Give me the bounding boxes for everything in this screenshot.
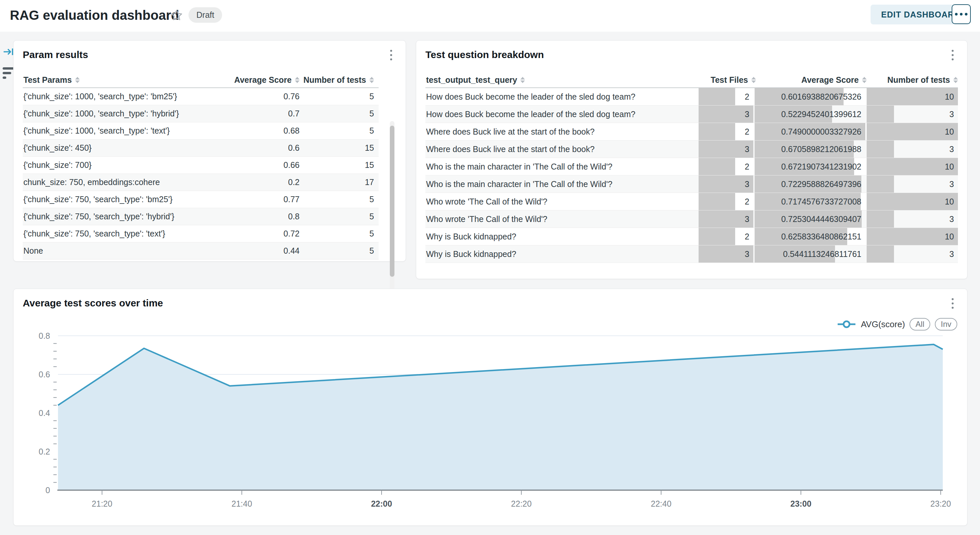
svg-text:23:20: 23:20	[930, 499, 951, 508]
number-of-tests-databar-cell: 3	[867, 141, 958, 158]
average-score-cell: 0.66	[229, 160, 299, 170]
average-score-databar-cell: 0.5441113246811761	[755, 245, 865, 263]
table-row: None 0.44 5	[23, 243, 379, 260]
table-row: Where does Buck live at the start of the…	[425, 141, 958, 158]
average-score-databar-cell: 0.6016938820675326	[755, 88, 865, 105]
table-row: Who is the main character in 'The Call o…	[425, 158, 958, 176]
number-of-tests-databar-cell: 3	[867, 211, 958, 228]
svg-text:22:20: 22:20	[511, 499, 532, 508]
panel-menu-kebab-icon[interactable]	[385, 48, 398, 62]
param-results-table: Test Params Average Score Number of test…	[23, 72, 379, 260]
svg-text:22:00: 22:00	[371, 499, 392, 508]
average-score-databar-cell: 0.6705898212061988	[755, 141, 865, 158]
test-query-cell: How does Buck become the leader of the s…	[425, 110, 697, 119]
average-score-cell: 0.77	[229, 195, 299, 204]
table-row: {'chunk_size': 750, 'search_type': 'bm25…	[23, 191, 379, 208]
average-score-databar-cell: 0.6721907341231902	[755, 158, 865, 175]
collapse-panel-icon[interactable]	[3, 46, 14, 57]
column-header-average-score[interactable]: Average Score	[756, 75, 867, 85]
average-score-databar-cell: 0.7174576733727008	[755, 193, 865, 210]
test-files-databar-cell: 2	[698, 158, 753, 175]
number-of-tests-cell: 15	[299, 160, 379, 170]
average-score-cell: 0.76	[229, 92, 299, 101]
test-params-cell: {'chunk_size': 750, 'search_type': 'bm25…	[23, 195, 229, 204]
table-row: Who wrote 'The Call of the Wild'? 3 0.72…	[425, 211, 958, 228]
table-row: How does Buck become the leader of the s…	[425, 88, 958, 105]
svg-text:0.4: 0.4	[38, 408, 50, 418]
test-params-cell: None	[23, 246, 229, 256]
number-of-tests-databar-cell: 10	[867, 123, 958, 140]
test-query-cell: Where does Buck live at the start of the…	[425, 127, 697, 137]
avg-score-area-chart: 00.20.40.60.821:2021:4022:0022:2022:4023…	[14, 289, 968, 526]
svg-text:21:40: 21:40	[232, 499, 252, 508]
test-files-databar-cell: 3	[698, 211, 753, 228]
test-query-cell: Where does Buck live at the start of the…	[425, 144, 697, 154]
table-row: {'chunk_size': 1000, 'search_type': 'hyb…	[23, 105, 379, 122]
column-header-test-files[interactable]: Test Files	[701, 75, 756, 85]
more-options-button[interactable]	[952, 4, 971, 24]
question-breakdown-panel: Test question breakdown test_output_test…	[416, 40, 967, 279]
number-of-tests-cell: 5	[299, 126, 379, 136]
average-score-databar-cell: 0.5229452401399612	[755, 105, 865, 123]
number-of-tests-databar-cell: 10	[867, 88, 958, 105]
number-of-tests-databar-cell: 10	[867, 158, 958, 175]
average-score-cell: 0.6	[229, 143, 299, 153]
svg-text:0: 0	[46, 485, 50, 495]
average-score-cell: 0.68	[229, 126, 299, 136]
table-row: Who wrote 'The Call of the Wild'? 2 0.71…	[425, 193, 958, 211]
test-files-databar-cell: 2	[698, 123, 753, 140]
test-files-databar-cell: 2	[698, 88, 753, 105]
column-header-test-query[interactable]: test_output_test_query	[425, 75, 701, 85]
column-header-number-of-tests[interactable]: Number of tests	[299, 75, 379, 85]
test-files-databar-cell: 3	[698, 141, 753, 158]
average-score-databar-cell: 0.7229588826497396	[755, 176, 865, 193]
average-score-databar-cell: 0.7253044446309407	[755, 211, 865, 228]
table-row: {'chunk_size': 700} 0.66 15	[23, 157, 379, 174]
sort-icon	[369, 77, 374, 83]
number-of-tests-databar-cell: 10	[867, 193, 958, 210]
table-header-row: Test Params Average Score Number of test…	[23, 72, 379, 88]
test-params-cell: {'chunk_size': 450}	[23, 143, 229, 153]
average-score-databar-cell: 0.6258336480862151	[755, 228, 865, 245]
table-row: {'chunk_size': 1000, 'search_type': 'bm2…	[23, 88, 379, 105]
status-badge: Draft	[188, 7, 222, 23]
average-score-cell: 0.2	[229, 177, 299, 187]
column-header-number-of-tests[interactable]: Number of tests	[867, 75, 958, 85]
question-breakdown-table: test_output_test_query Test Files Averag…	[425, 72, 958, 263]
number-of-tests-cell: 15	[299, 143, 379, 153]
favorite-star-icon[interactable]	[171, 9, 183, 21]
number-of-tests-cell: 5	[299, 212, 379, 221]
svg-text:23:00: 23:00	[790, 499, 811, 508]
table-row: {'chunk_size': 450} 0.6 15	[23, 139, 379, 157]
table-row: Why is Buck kidnapped? 2 0.6258336480862…	[425, 228, 958, 245]
test-files-databar-cell: 3	[698, 245, 753, 263]
table-scrollbar-track[interactable]	[390, 121, 395, 292]
table-scrollbar-thumb[interactable]	[390, 126, 395, 277]
number-of-tests-databar-cell: 3	[867, 245, 958, 263]
test-query-cell: Who wrote 'The Call of the Wild'?	[425, 197, 697, 206]
test-params-cell: {'chunk_size': 1000, 'search_type': 'bm2…	[23, 92, 229, 101]
column-header-test-params[interactable]: Test Params	[23, 75, 229, 85]
test-files-databar-cell: 2	[698, 193, 753, 210]
number-of-tests-databar-cell: 3	[867, 105, 958, 123]
test-query-cell: Who is the main character in 'The Call o…	[425, 162, 697, 171]
table-row: {'chunk_size': 1000, 'search_type': 'tex…	[23, 122, 379, 139]
number-of-tests-databar-cell: 3	[867, 176, 958, 193]
sort-icon	[295, 77, 299, 83]
table-row: {'chunk_size': 750, 'search_type': 'hybr…	[23, 208, 379, 225]
number-of-tests-cell: 5	[299, 246, 379, 256]
average-score-cell: 0.44	[229, 246, 299, 256]
svg-text:0.6: 0.6	[38, 370, 50, 379]
sort-icon	[953, 77, 958, 83]
test-files-databar-cell: 3	[698, 105, 753, 123]
column-header-average-score[interactable]: Average Score	[229, 75, 299, 85]
number-of-tests-databar-cell: 10	[867, 228, 958, 245]
sort-icon	[751, 77, 756, 83]
table-row: chunk_size: 750, embeddings:cohere 0.2 1…	[23, 174, 379, 191]
svg-text:21:20: 21:20	[92, 499, 112, 508]
svg-text:0.2: 0.2	[38, 447, 50, 456]
test-params-cell: {'chunk_size': 750, 'search_type': 'hybr…	[23, 212, 229, 221]
param-results-panel: Param results Test Params Average Score …	[13, 40, 406, 262]
table-row: Where does Buck live at the start of the…	[425, 123, 958, 141]
panel-menu-kebab-icon[interactable]	[946, 48, 959, 62]
